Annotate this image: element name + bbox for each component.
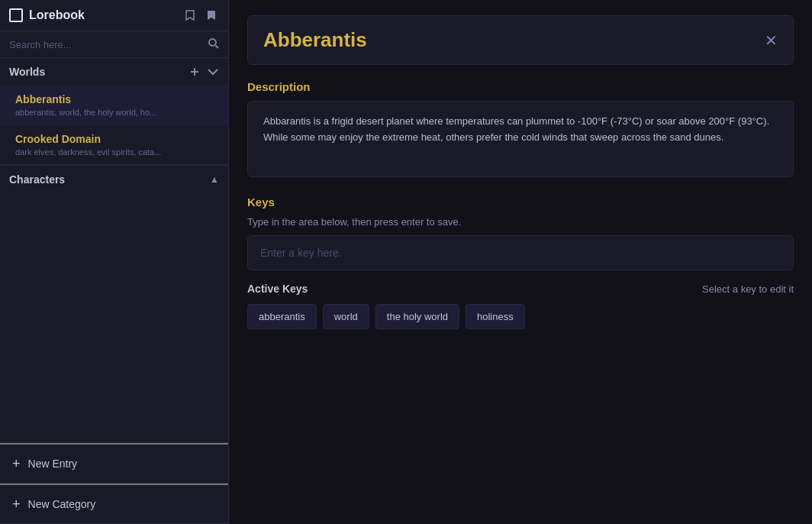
app-title: Lorebook <box>29 8 85 22</box>
key-tag-abberantis[interactable]: abberantis <box>247 304 317 329</box>
worlds-section: Worlds Abberantis abberantis, world, th <box>0 58 228 166</box>
svg-point-0 <box>209 39 216 46</box>
search-bar <box>0 31 228 58</box>
key-tag-world[interactable]: world <box>323 304 369 329</box>
sidebar-bottom: + New Entry + New Category <box>0 442 228 524</box>
keys-list: abberantis world the holy world holiness <box>247 304 794 329</box>
sidebar-header: Lorebook <box>0 0 228 31</box>
new-entry-label: New Entry <box>28 458 78 470</box>
header-icons <box>182 8 219 23</box>
main-content: Abberantis ✕ Description Abbarantis is a… <box>229 0 812 524</box>
sidebar: Lorebook Worlds <box>0 0 229 524</box>
active-keys-header: Active Keys Select a key to edit it <box>247 283 794 295</box>
entry-title: Abberantis <box>263 28 367 52</box>
svg-line-1 <box>216 46 219 49</box>
description-box: Abbarantis is a frigid desert planet whe… <box>247 101 794 177</box>
keys-instruction: Type in the area below, then press enter… <box>247 216 794 228</box>
expand-worlds-icon[interactable] <box>207 68 219 76</box>
description-text: Abbarantis is a frigid desert planet whe… <box>263 114 778 146</box>
worlds-header[interactable]: Worlds <box>0 58 228 86</box>
worlds-title: Worlds <box>9 66 45 78</box>
bookmark-filled-icon[interactable] <box>204 8 219 23</box>
characters-title: Characters <box>9 173 65 186</box>
new-category-label: New Category <box>28 498 96 510</box>
entry-header: Abberantis ✕ <box>247 15 794 65</box>
chevron-up-icon: ▲ <box>210 174 219 185</box>
app-logo: Lorebook <box>9 8 85 22</box>
world-entry-tags: abberantis, world, the holy world, ho... <box>15 108 216 117</box>
characters-section: Characters ▲ <box>0 166 228 442</box>
bookmark-outline-icon[interactable] <box>182 8 198 23</box>
worlds-actions <box>188 66 219 78</box>
world-entry-crooked-domain[interactable]: Crooked Domain dark elves, darkness, evi… <box>0 125 228 165</box>
plus-icon: + <box>12 457 21 471</box>
world-entry-name: Crooked Domain <box>15 133 216 145</box>
select-key-hint: Select a key to edit it <box>702 283 794 295</box>
keys-section: Keys Type in the area below, then press … <box>247 196 794 329</box>
add-world-icon[interactable] <box>188 66 201 78</box>
search-input[interactable] <box>9 39 201 50</box>
description-section: Description Abbarantis is a frigid deser… <box>247 80 794 177</box>
new-entry-button[interactable]: + New Entry <box>0 443 228 484</box>
logo-icon <box>9 8 23 22</box>
active-keys-title: Active Keys <box>247 283 308 295</box>
search-icon[interactable] <box>208 37 219 51</box>
plus-icon: + <box>12 497 21 511</box>
keys-label: Keys <box>247 196 794 209</box>
description-label: Description <box>247 80 794 93</box>
world-entry-abberantis[interactable]: Abberantis abberantis, world, the holy w… <box>0 86 228 125</box>
new-category-button[interactable]: + New Category <box>0 484 228 524</box>
key-tag-holiness[interactable]: holiness <box>466 304 525 329</box>
characters-header[interactable]: Characters ▲ <box>0 166 228 193</box>
close-button[interactable]: ✕ <box>765 33 778 48</box>
world-entry-tags: dark elves, darkness, evil spirits, cata… <box>15 147 216 157</box>
key-input[interactable] <box>247 235 794 270</box>
key-tag-the-holy-world[interactable]: the holy world <box>375 304 459 329</box>
world-entry-name: Abberantis <box>15 93 216 105</box>
